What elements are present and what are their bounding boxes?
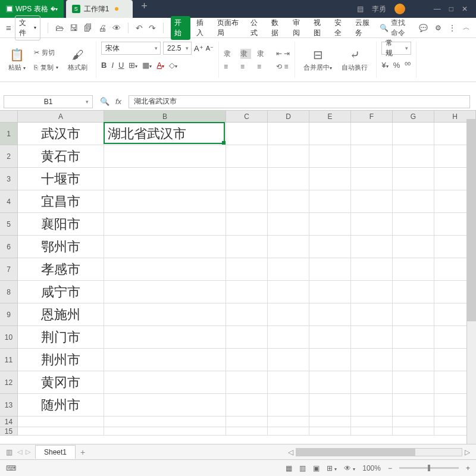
ribbon-tab-1[interactable]: 插入 (194, 16, 211, 40)
undo-icon[interactable]: ↶ (136, 23, 143, 33)
bold-button[interactable]: B (101, 61, 107, 70)
paste-button[interactable]: 📋 粘贴 ▾ (5, 45, 29, 74)
cell[interactable] (226, 394, 268, 416)
cell[interactable] (309, 416, 351, 427)
column-header[interactable]: G (393, 111, 434, 122)
vertical-scrollbar[interactable] (466, 119, 476, 444)
cell[interactable] (268, 190, 309, 213)
cell[interactable] (351, 427, 393, 436)
ribbon-tab-2[interactable]: 页面布局 (215, 16, 245, 40)
cell[interactable] (393, 145, 434, 168)
ribbon-tab-7[interactable]: 安全 (332, 16, 349, 40)
cell[interactable] (268, 303, 309, 326)
settings-icon[interactable]: ⚙ (435, 24, 441, 32)
cell[interactable] (309, 190, 351, 213)
cell[interactable] (351, 371, 393, 394)
save-icon[interactable]: 🖫 (70, 23, 78, 33)
view-split-icon[interactable]: ⊞ ▾ (327, 464, 337, 472)
cell[interactable] (309, 326, 351, 349)
cell[interactable] (351, 326, 393, 349)
cell[interactable] (351, 258, 393, 281)
cell[interactable] (268, 427, 309, 436)
cell[interactable] (309, 427, 351, 436)
row-header[interactable]: 2 (0, 145, 18, 168)
row-header[interactable]: 13 (0, 394, 18, 416)
ribbon-tab-0[interactable]: 开始 (171, 16, 190, 40)
row-header[interactable]: 11 (0, 349, 18, 371)
cell[interactable] (226, 416, 268, 427)
cell[interactable] (104, 416, 226, 427)
cell[interactable] (268, 236, 309, 258)
cell[interactable] (351, 349, 393, 371)
cell[interactable] (226, 213, 268, 236)
command-search[interactable]: 🔍 查找命令 (380, 18, 412, 38)
cell[interactable] (309, 213, 351, 236)
cell[interactable] (226, 326, 268, 349)
row-header[interactable]: 14 (0, 416, 18, 427)
cell[interactable] (104, 349, 226, 371)
more-icon[interactable]: ⋮ (449, 24, 456, 32)
saveas-icon[interactable]: 🗐 (84, 23, 92, 33)
cell[interactable] (104, 371, 226, 394)
cell[interactable] (226, 303, 268, 326)
cell[interactable] (104, 281, 226, 303)
fx-icon[interactable]: fx (115, 97, 121, 106)
column-header[interactable]: B (104, 111, 226, 122)
cell[interactable] (351, 168, 393, 190)
cell[interactable] (268, 394, 309, 416)
cell[interactable] (351, 236, 393, 258)
align-top-icon[interactable]: ⾪ (224, 49, 234, 59)
cell[interactable]: 宜昌市 (18, 190, 104, 213)
new-tab-button[interactable]: + (133, 0, 156, 18)
open-icon[interactable]: 🗁 (55, 23, 64, 33)
row-header[interactable]: 7 (0, 258, 18, 281)
row-header[interactable]: 10 (0, 326, 18, 349)
decrease-font-icon[interactable]: A⁻ (206, 45, 214, 52)
cell[interactable] (309, 394, 351, 416)
cell[interactable]: 鄂州市 (18, 236, 104, 258)
cell[interactable] (309, 258, 351, 281)
formula-input[interactable]: 湖北省武汉市 (129, 95, 470, 108)
cell[interactable] (393, 190, 434, 213)
cell[interactable] (226, 168, 268, 190)
cell[interactable]: 荆门市 (18, 326, 104, 349)
tab-config-icon[interactable]: ▥ (6, 448, 12, 456)
preview-icon[interactable]: 👁 (112, 23, 121, 33)
cell[interactable] (351, 416, 393, 427)
input-mode-icon[interactable]: ⌨ (6, 464, 16, 472)
cell[interactable] (104, 190, 226, 213)
row-header[interactable]: 9 (0, 303, 18, 326)
name-box[interactable]: B1 (4, 95, 93, 108)
ribbon-tab-6[interactable]: 视图 (311, 16, 328, 40)
redo-icon[interactable]: ↷ (149, 23, 156, 33)
view-normal-icon[interactable]: ▦ (286, 464, 292, 472)
cell[interactable] (393, 213, 434, 236)
fill-color-button[interactable]: ▦▾ (142, 61, 152, 70)
cell[interactable] (18, 427, 104, 436)
list-icon[interactable]: ▤ (357, 5, 364, 13)
cell[interactable] (393, 394, 434, 416)
cell[interactable]: 十堰市 (18, 168, 104, 190)
border-button[interactable]: ⊞▾ (129, 61, 137, 70)
column-header[interactable]: D (268, 111, 309, 122)
wrap-text-button[interactable]: ⤶ 自动换行 (338, 45, 371, 74)
copy-button[interactable]: ⎘复制 ▾ (34, 62, 58, 73)
cell[interactable]: 武汉市 (18, 123, 104, 145)
view-page-icon[interactable]: ▥ (299, 464, 306, 472)
minimize-button[interactable]: — (434, 5, 441, 13)
zoom-in-button[interactable]: + (466, 464, 470, 472)
cell[interactable] (309, 123, 351, 145)
column-header[interactable]: A (18, 111, 104, 122)
font-size-select[interactable]: 22.5 (163, 42, 192, 55)
font-color-button[interactable]: A▾ (156, 61, 164, 70)
cell[interactable] (226, 349, 268, 371)
cell[interactable] (393, 258, 434, 281)
chevron-down-icon[interactable]: �▾ (51, 7, 58, 12)
merge-center-button[interactable]: ⊟ 合并居中▾ (300, 45, 336, 74)
cell[interactable] (226, 371, 268, 394)
ribbon-tab-4[interactable]: 数据 (269, 16, 286, 40)
cell[interactable] (309, 145, 351, 168)
cell[interactable] (268, 349, 309, 371)
cell[interactable] (268, 281, 309, 303)
maximize-button[interactable]: □ (449, 5, 453, 13)
